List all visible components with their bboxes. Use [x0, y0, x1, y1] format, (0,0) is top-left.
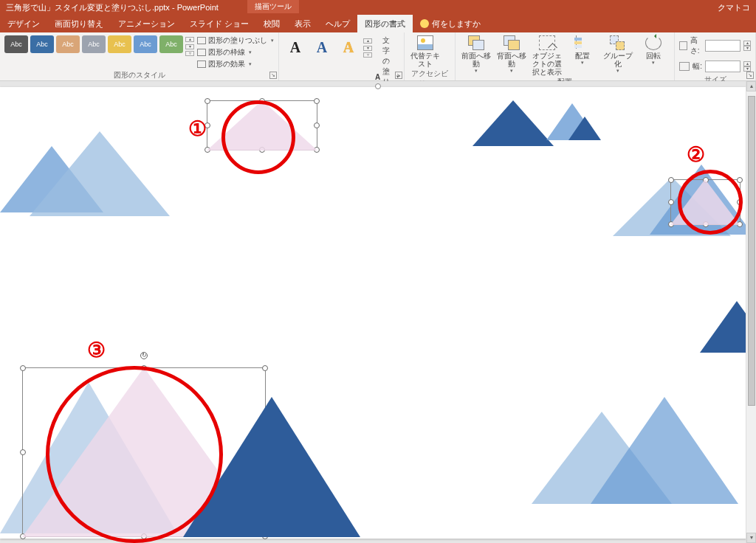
- tab-review[interactable]: 校閲: [256, 15, 287, 32]
- width-input[interactable]: [705, 60, 740, 72]
- align-button[interactable]: 配置▾: [566, 34, 599, 66]
- gallery-scroll-up[interactable]: ▴: [363, 38, 372, 44]
- rotate-handle[interactable]: [140, 352, 148, 359]
- shape-style-preset[interactable]: Abc: [4, 35, 28, 53]
- annotation-number-2: ②: [687, 142, 705, 167]
- app-name: PowerPoint: [177, 3, 219, 12]
- send-backward-button[interactable]: 背面へ移動▾: [495, 34, 528, 74]
- selection-pane-button[interactable]: オブジェクトの選択と表示: [531, 34, 563, 76]
- dialog-launcher-shape-styles[interactable]: ↘: [269, 72, 277, 79]
- annotation-circle: [46, 366, 223, 543]
- user-name[interactable]: クマトコ: [718, 2, 750, 13]
- slide-handle-top[interactable]: [375, 83, 381, 89]
- pen-outline-icon: [197, 49, 206, 56]
- triangle-shape[interactable]: [568, 117, 601, 140]
- shape-style-preset[interactable]: Abc: [30, 35, 54, 53]
- width-label: 幅:: [693, 61, 702, 72]
- annotation-number-3: ③: [87, 338, 106, 362]
- vertical-scrollbar[interactable]: ▴ ▾: [746, 81, 756, 543]
- annotation-circle: [221, 100, 295, 174]
- width-icon: [679, 62, 690, 71]
- shape-effects-button[interactable]: 図形の効果▾: [197, 59, 274, 69]
- height-input[interactable]: [705, 40, 740, 52]
- tab-shape-format[interactable]: 図形の書式: [357, 15, 413, 32]
- alt-text-button[interactable]: 代替テキスト: [409, 34, 441, 68]
- group-label-shape-styles: 図形のスタイル: [4, 69, 274, 80]
- wordart-style-gallery[interactable]: A A A ▴ ▾ ▿: [284, 35, 372, 59]
- shape-style-gallery[interactable]: Abc Abc Abc Abc Abc Abc Abc ▴ ▾ ▿: [4, 35, 194, 56]
- wordart-preset[interactable]: A: [337, 35, 360, 59]
- document-title: 三角形で山」スタイル変更と塗りつぶし.pptx: [6, 3, 170, 12]
- group-icon: [610, 35, 626, 50]
- alt-text-icon: [417, 35, 433, 50]
- scroll-down-button[interactable]: ▾: [746, 533, 756, 543]
- shape-style-preset[interactable]: Abc: [82, 35, 106, 53]
- shape-style-preset[interactable]: Abc: [56, 35, 80, 53]
- shape-fill-button[interactable]: 図形の塗りつぶし▾: [197, 35, 274, 46]
- align-icon: [574, 35, 591, 50]
- rotate-icon: [645, 35, 662, 50]
- triangle-shape[interactable]: [30, 131, 170, 216]
- rotate-button[interactable]: 回転▾: [637, 34, 670, 66]
- lightbulb-icon: [420, 19, 429, 28]
- width-spin-down[interactable]: ▾: [743, 66, 751, 72]
- gallery-expand[interactable]: ▿: [363, 52, 372, 58]
- ribbon: Abc Abc Abc Abc Abc Abc Abc ▴ ▾ ▿ 図形の塗りつ…: [0, 32, 756, 81]
- height-spin-down[interactable]: ▾: [743, 46, 751, 51]
- tab-slideshow[interactable]: スライド ショー: [182, 15, 256, 32]
- tell-me-search[interactable]: 何をしますか: [413, 15, 488, 32]
- title-bar: 三角形で山」スタイル変更と塗りつぶし.pptx - PowerPoint クマト…: [0, 0, 756, 15]
- shape-style-preset[interactable]: Abc: [134, 35, 157, 53]
- gallery-scroll-up[interactable]: ▴: [185, 37, 194, 42]
- tab-design[interactable]: デザイン: [0, 15, 47, 32]
- gallery-scroll-down[interactable]: ▾: [363, 46, 372, 51]
- paint-bucket-icon: [197, 37, 206, 44]
- tab-help[interactable]: ヘルプ: [318, 15, 357, 32]
- width-spin-up[interactable]: ▴: [743, 61, 751, 66]
- dialog-launcher-size[interactable]: ↘: [746, 72, 754, 79]
- scroll-thumb[interactable]: [748, 96, 755, 406]
- bring-forward-icon: [468, 35, 484, 50]
- tab-transitions[interactable]: 画面切り替え: [47, 15, 111, 32]
- height-icon: [679, 41, 687, 50]
- ribbon-tabs: デザイン 画面切り替え アニメーション スライド ショー 校閲 表示 ヘルプ 図…: [0, 15, 756, 32]
- workspace: ① ② ③ ▴ ▾: [0, 81, 756, 543]
- effects-icon: [197, 60, 206, 68]
- selection-pane-icon: [539, 35, 555, 50]
- gallery-expand[interactable]: ▿: [185, 51, 194, 56]
- dialog-launcher-wordart[interactable]: ↘: [395, 72, 402, 79]
- shape-style-preset[interactable]: Abc: [108, 35, 131, 53]
- tab-view[interactable]: 表示: [287, 15, 318, 32]
- height-spin-up[interactable]: ▴: [743, 41, 751, 46]
- tell-me-label: 何をしますか: [432, 18, 481, 30]
- group-button[interactable]: グループ化▾: [602, 34, 634, 74]
- annotation-circle: [678, 170, 743, 235]
- triangle-shape[interactable]: [472, 100, 554, 146]
- shape-style-preset[interactable]: Abc: [159, 35, 183, 53]
- gallery-scroll-down[interactable]: ▾: [185, 44, 194, 49]
- bring-forward-button[interactable]: 前面へ移動▾: [460, 34, 492, 74]
- send-backward-icon: [504, 35, 520, 50]
- wordart-preset[interactable]: A: [310, 35, 334, 59]
- wordart-preset[interactable]: A: [284, 35, 307, 59]
- shape-outline-button[interactable]: 図形の枠線▾: [197, 47, 274, 58]
- contextual-tab-label: 描画ツール: [247, 0, 299, 13]
- annotation-number-1: ①: [188, 117, 207, 141]
- tab-animations[interactable]: アニメーション: [111, 15, 182, 32]
- slide-canvas[interactable]: ① ② ③: [0, 87, 756, 539]
- triangle-shape[interactable]: [591, 397, 738, 504]
- scroll-up-button[interactable]: ▴: [746, 81, 756, 91]
- height-label: 高さ:: [690, 35, 702, 56]
